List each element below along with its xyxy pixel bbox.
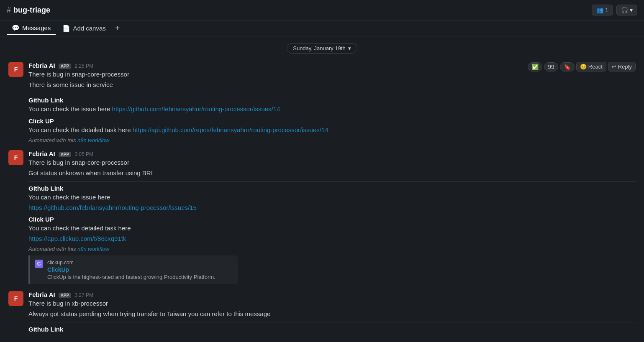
members-icon: 👥	[596, 7, 603, 13]
message-content: Febria AI APP 2:25 PM There is bug in sn…	[28, 62, 636, 143]
divider	[28, 93, 636, 93]
timestamp: 3:27 PM	[74, 292, 93, 298]
date-badge[interactable]: Sunday, January 19th ▾	[287, 43, 357, 54]
message-text-line1: There is bug in snap-core-processor	[28, 158, 636, 168]
n8n-workflow-link[interactable]: n8n workflow	[77, 137, 109, 143]
tab-messages[interactable]: 💬 Messages	[7, 22, 56, 35]
link-preview-link[interactable]: ClickUp	[47, 266, 69, 273]
tab-add-canvas[interactable]: 📄 Add canvas	[57, 22, 110, 35]
reaction-checkmark[interactable]: ✅	[528, 62, 542, 71]
messages-area: Sunday, January 19th ▾ ✅ 99 🔖 😊 React ↩ …	[0, 36, 644, 342]
message-content: Febria AI APP 3:05 PM There is bug in sn…	[28, 150, 636, 284]
react-label: React	[588, 64, 603, 70]
headphone-icon: 🎧	[621, 7, 628, 13]
clickup-link-line: https://app.clickup.com/t/86cxq91tk	[28, 234, 636, 244]
section-title-github: Github Link	[28, 97, 636, 104]
clickup-text: You can check the detailed task here	[28, 224, 636, 233]
chevron-down-icon: ▾	[630, 7, 633, 13]
sender-name: Febria AI	[28, 291, 55, 298]
message-block: ✅ 99 🔖 😊 React ↩ Reply F Febria AI APP 2…	[0, 59, 644, 147]
app-badge: APP	[59, 293, 72, 298]
canvas-icon: 📄	[62, 25, 70, 32]
github-text: You can check the issue here	[28, 193, 636, 202]
automated-text: Automated with this n8n workflow	[28, 246, 636, 252]
canvas-tab-label: Add canvas	[73, 25, 105, 32]
link-preview-content: clickup.com ClickUp ClickUp is the highe…	[47, 260, 216, 280]
divider	[28, 181, 636, 181]
reply-label: Reply	[618, 64, 632, 70]
channel-title: # bug-triage	[7, 6, 50, 15]
message-actions: ✅ 99 🔖 😊 React ↩ Reply	[528, 62, 636, 71]
divider	[28, 322, 636, 322]
messages-icon: 💬	[12, 24, 20, 32]
react-icon: 😊	[580, 64, 587, 70]
link-preview-site: clickup.com	[47, 260, 216, 265]
app-badge: APP	[59, 64, 72, 69]
date-divider: Sunday, January 19th ▾	[8, 43, 636, 54]
message-text-line2: Always got status pending when trying tr…	[28, 309, 636, 319]
avatar: F	[8, 150, 23, 165]
add-tab-button[interactable]: +	[113, 23, 123, 33]
members-count: 1	[605, 7, 608, 13]
github-link-line: https://github.com/febriansyahnr/routing…	[28, 203, 636, 213]
clickup-link-2[interactable]: https://app.clickup.com/t/86cxq91tk	[28, 235, 126, 242]
message-content: Febria AI APP 3:27 PM There is bug in xb…	[28, 291, 636, 334]
messages-tab-label: Messages	[22, 24, 51, 31]
section-title-clickup: Click UP	[28, 216, 636, 223]
message-text-line2: There is some issue in service	[28, 80, 636, 90]
reaction-bookmark[interactable]: 🔖	[560, 62, 575, 71]
reaction-99[interactable]: 99	[544, 62, 558, 71]
toolbar: 💬 Messages 📄 Add canvas +	[0, 20, 644, 36]
link-preview-desc: ClickUp is the highest-rated and fastest…	[47, 274, 216, 280]
automated-text: Automated with this n8n workflow	[28, 137, 636, 143]
link-preview-icon: C	[35, 260, 43, 268]
n8n-workflow-link[interactable]: n8n workflow	[77, 246, 109, 252]
react-button[interactable]: 😊 React	[576, 62, 606, 71]
github-link-2[interactable]: https://github.com/febriansyahnr/routing…	[28, 204, 197, 211]
chevron-down-icon: ▾	[348, 45, 351, 51]
header: # bug-triage 👥 1 🎧 ▾	[0, 0, 644, 20]
link-preview-title[interactable]: ClickUp	[47, 266, 216, 273]
hash-symbol: #	[7, 6, 11, 15]
date-label: Sunday, January 19th	[293, 45, 346, 51]
members-button[interactable]: 👥 1	[592, 5, 613, 15]
message-text-line2: Got status unknown when transfer using B…	[28, 168, 636, 178]
clickup-link-1[interactable]: https://api.github.com/repos/febriansyah…	[133, 126, 328, 133]
huddle-button[interactable]: 🎧 ▾	[616, 5, 637, 15]
link-preview: C clickup.com ClickUp ClickUp is the hig…	[28, 255, 238, 284]
sender-name: Febria AI	[28, 62, 55, 69]
message-block: F Febria AI APP 3:27 PM There is bug in …	[0, 288, 644, 337]
section-title-github: Github Link	[28, 185, 636, 192]
github-link-1[interactable]: https://github.com/febriansyahnr/routing…	[112, 105, 280, 112]
clickup-text: You can check the detailed task here htt…	[28, 125, 636, 135]
avatar: F	[8, 291, 23, 306]
timestamp: 3:05 PM	[74, 151, 93, 157]
sender-name: Febria AI	[28, 150, 55, 157]
reply-icon: ↩	[612, 64, 616, 70]
message-header: Febria AI APP 3:05 PM	[28, 150, 636, 157]
avatar: F	[8, 62, 23, 77]
header-actions: 👥 1 🎧 ▾	[592, 5, 637, 15]
message-text-line1: There is bug in xb-processor	[28, 299, 636, 309]
timestamp: 2:25 PM	[74, 63, 93, 69]
channel-name: bug-triage	[13, 6, 50, 15]
section-title-clickup: Click UP	[28, 117, 636, 125]
reply-button[interactable]: ↩ Reply	[608, 62, 636, 71]
message-block: F Febria AI APP 3:05 PM There is bug in …	[0, 147, 644, 288]
github-text: You can check the issue here https://git…	[28, 105, 636, 114]
section-title-github: Github Link	[28, 326, 636, 333]
app-badge: APP	[59, 152, 72, 157]
message-header: Febria AI APP 3:27 PM	[28, 291, 636, 298]
